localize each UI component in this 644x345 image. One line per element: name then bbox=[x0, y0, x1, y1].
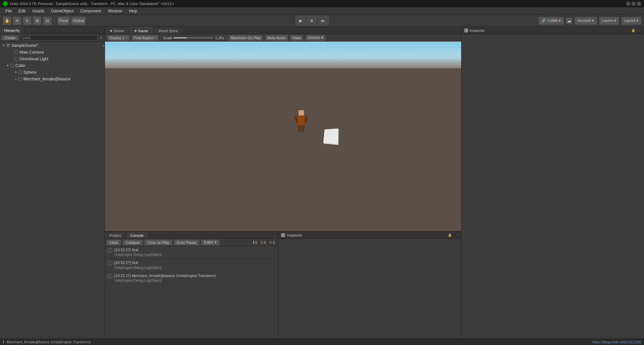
asset-store-tab-label: Asset Store bbox=[159, 29, 178, 33]
scene-options[interactable]: ▾ bbox=[103, 44, 105, 48]
camera-label: Main Camera bbox=[19, 50, 44, 55]
play-button[interactable]: ▶ bbox=[296, 16, 306, 25]
sphere-arrow: ▼ bbox=[13, 70, 18, 75]
msg-icon-3: i bbox=[108, 274, 112, 279]
global-button[interactable]: Global bbox=[71, 16, 86, 25]
tool-rotate[interactable]: ↻ bbox=[23, 16, 32, 25]
status-text: Merchant_female@basice (UnityEngine.Tran… bbox=[7, 340, 91, 344]
inspector-lock[interactable]: 🔒 bbox=[448, 233, 452, 237]
game-character bbox=[293, 109, 310, 132]
editor-dropdown[interactable]: Editor ▾ bbox=[201, 239, 220, 246]
menu-edit[interactable]: Edit bbox=[15, 8, 29, 14]
scale-slider-fill bbox=[173, 37, 187, 39]
bottom-area: Project Console ⋮ Clear Collapse Clear o… bbox=[105, 231, 461, 338]
collapse-button[interactable]: Collapse bbox=[122, 239, 143, 246]
inspector-menu[interactable]: ⋮ bbox=[455, 233, 459, 237]
window-controls[interactable]: — □ ✕ bbox=[626, 1, 641, 6]
pause-button[interactable]: ⏸ bbox=[306, 16, 317, 25]
cube-label: Cube bbox=[15, 63, 25, 68]
tool-move[interactable]: ✛ bbox=[13, 16, 21, 25]
game-view bbox=[105, 42, 461, 231]
right-inspector-label: Inspector bbox=[470, 28, 485, 32]
gizmos-dropdown[interactable]: Gizmos ▾ bbox=[305, 35, 325, 41]
maximize-on-play[interactable]: Maximize On Play bbox=[228, 35, 263, 41]
collab-button[interactable]: 🔗 Collab ▾ bbox=[538, 17, 564, 25]
pivot-button[interactable]: Pivot bbox=[57, 16, 70, 25]
merchant-label: Merchant_female@basice bbox=[23, 77, 70, 81]
console-message-1[interactable]: i [10:32:27] Null UnityEngine.Debug:Log(… bbox=[105, 246, 278, 259]
hierarchy-item-cube[interactable]: ▼ Cube bbox=[0, 62, 105, 69]
error-pause-button[interactable]: Error Pause bbox=[174, 239, 200, 246]
tool-hand[interactable]: ✋ bbox=[3, 16, 11, 25]
step-button[interactable]: ⏭ bbox=[318, 16, 328, 25]
hierarchy-item-sphere[interactable]: ▼ Sphere bbox=[0, 69, 105, 76]
console-panel: Project Console ⋮ Clear Collapse Clear o… bbox=[105, 231, 278, 338]
game-toolbar: Display 1 ▾ Free Aspect ▾ Scale 1.25x Ma… bbox=[105, 34, 461, 42]
title-bar: Unity 2018.3.7f1 Personal - SampleScene.… bbox=[0, 0, 644, 7]
hierarchy-item-main-camera[interactable]: Main Camera bbox=[0, 49, 105, 56]
msg-line-3: [10:32:27] Merchant_female@basice (Unity… bbox=[114, 273, 216, 278]
account-button[interactable]: Account ▾ bbox=[575, 17, 597, 25]
clear-button[interactable]: Clear bbox=[106, 239, 121, 246]
create-button[interactable]: Create bbox=[1, 35, 18, 41]
cube-arrow: ▼ bbox=[5, 63, 10, 68]
console-messages: i [10:32:27] Null UnityEngine.Debug:Log(… bbox=[105, 246, 278, 338]
display-dropdown[interactable]: Display 1 ▾ bbox=[107, 35, 129, 41]
layers-button[interactable]: Layers ▾ bbox=[599, 17, 619, 25]
hierarchy-tab-label: Hierarchy bbox=[4, 28, 20, 32]
tool-rect[interactable]: ⊟ bbox=[43, 16, 52, 25]
hierarchy-panel-menu[interactable]: ⋮ bbox=[99, 27, 103, 31]
tab-project[interactable]: Project bbox=[105, 232, 125, 238]
right-inspector-menu[interactable]: ⋮ bbox=[638, 28, 641, 32]
sphere-label: Sphere bbox=[23, 70, 37, 75]
info-count-badge: ℹ 3 bbox=[253, 240, 257, 245]
tab-scene[interactable]: Scene bbox=[105, 27, 129, 34]
menu-assets[interactable]: Assets bbox=[29, 8, 48, 14]
menu-window[interactable]: Window bbox=[104, 8, 125, 14]
close-button[interactable]: ✕ bbox=[637, 1, 641, 6]
hierarchy-options[interactable]: ▾ bbox=[99, 36, 103, 40]
game-tab-dot bbox=[135, 30, 137, 32]
console-panel-menu[interactable]: ⋮ bbox=[273, 235, 277, 238]
minimize-button[interactable]: — bbox=[626, 1, 631, 6]
mute-audio[interactable]: Mute Audio bbox=[265, 35, 288, 41]
hierarchy-toolbar: Create ▾ bbox=[0, 34, 105, 42]
aspect-chevron: ▾ bbox=[155, 36, 156, 39]
tab-hierarchy[interactable]: Hierarchy bbox=[0, 27, 24, 34]
console-message-3[interactable]: i [10:32:27] Merchant_female@basice (Uni… bbox=[105, 272, 278, 285]
game-sep-2 bbox=[226, 35, 226, 41]
layout-button[interactable]: Layout ▾ bbox=[621, 17, 641, 25]
camera-icon bbox=[14, 50, 18, 54]
view-panel-menu[interactable]: ⋮ bbox=[457, 30, 460, 34]
main-layout: Hierarchy ⋮ Create ▾ ▼ 🎬 SampleScene* ▾ … bbox=[0, 27, 644, 338]
tab-game[interactable]: Game bbox=[129, 27, 153, 34]
menu-bar: File Edit Assets GameObject Component Wi… bbox=[0, 7, 644, 15]
right-inspector-lock[interactable]: 🔒 bbox=[631, 28, 635, 32]
tool-scale[interactable]: ⊞ bbox=[33, 16, 42, 25]
game-ground bbox=[105, 68, 461, 231]
hierarchy-item-merchant[interactable]: ▷ Merchant_female@basice bbox=[0, 76, 105, 82]
scale-slider-track[interactable] bbox=[173, 37, 214, 39]
console-message-2[interactable]: i [10:32:27] Null UnityEngine.Debug:Log(… bbox=[105, 259, 278, 272]
menu-help[interactable]: Help bbox=[125, 8, 141, 14]
menu-gameobject[interactable]: GameObject bbox=[48, 8, 77, 14]
maximize-button[interactable]: □ bbox=[631, 1, 636, 6]
cube-3d-shape bbox=[323, 128, 338, 144]
aspect-dropdown[interactable]: Free Aspect ▾ bbox=[131, 35, 159, 41]
clear-on-play-button[interactable]: Clear on Play bbox=[144, 239, 172, 246]
tab-console[interactable]: Console bbox=[126, 232, 148, 238]
menu-component[interactable]: Component bbox=[77, 8, 104, 14]
warn-count-badge: ⚠ 0 bbox=[260, 240, 266, 245]
inspector-label: Inspector bbox=[287, 233, 302, 237]
hierarchy-search[interactable] bbox=[20, 35, 97, 41]
cloud-button[interactable]: ☁ bbox=[566, 17, 573, 24]
tab-asset-store[interactable]: Asset Store bbox=[154, 27, 183, 34]
msg-detail-3: UnityEngine.Debug:Log(Object) bbox=[114, 278, 216, 283]
hierarchy-item-directional-light[interactable]: Directional Light bbox=[0, 56, 105, 62]
menu-file[interactable]: File bbox=[2, 8, 15, 14]
stats-button[interactable]: Stats bbox=[290, 35, 303, 41]
msg-icon-1: i bbox=[108, 248, 112, 253]
console-counts: ℹ 3 ⚠ 0 ⊘ 1 bbox=[253, 240, 277, 245]
scene-root[interactable]: ▼ 🎬 SampleScene* ▾ bbox=[0, 42, 105, 49]
console-toolbar: Clear Collapse Clear on Play Error Pause… bbox=[105, 239, 278, 246]
